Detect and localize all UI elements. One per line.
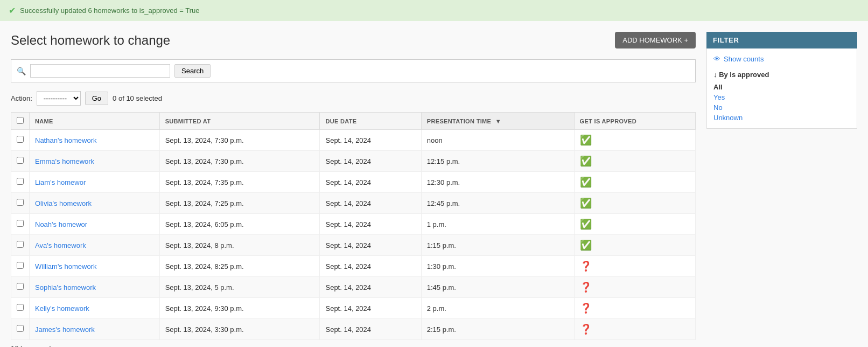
homework-link[interactable]: Kelly's homework bbox=[35, 304, 89, 313]
table-row: Sophia's homework Sept. 13, 2024, 5 p.m.… bbox=[11, 277, 696, 298]
table-row: Nathan's homework Sept. 13, 2024, 7:30 p… bbox=[11, 130, 696, 151]
unknown-icon: ❓ bbox=[580, 261, 592, 272]
go-button[interactable]: Go bbox=[85, 92, 108, 105]
row-checkbox[interactable] bbox=[17, 304, 24, 311]
row-submitted-at: Sept. 13, 2024, 9:30 p.m. bbox=[159, 298, 320, 319]
table-row: Liam's homewor Sept. 13, 2024, 7:35 p.m.… bbox=[11, 172, 696, 193]
row-name: William's homework bbox=[30, 256, 160, 277]
col-submitted-at[interactable]: SUBMITTED AT bbox=[159, 113, 320, 130]
col-due-date[interactable]: DUE DATE bbox=[320, 113, 421, 130]
col-name[interactable]: NAME bbox=[30, 113, 160, 130]
row-presentation-time: 1:45 p.m. bbox=[421, 277, 574, 298]
approved-icon: ✅ bbox=[580, 156, 592, 166]
search-button[interactable]: Search bbox=[174, 64, 211, 78]
page-title: Select homework to change bbox=[11, 33, 170, 48]
approved-icon: ✅ bbox=[580, 135, 592, 145]
row-name: Noah's homewor bbox=[30, 214, 160, 235]
filter-option-link[interactable]: No bbox=[713, 103, 723, 112]
success-icon: ✔ bbox=[9, 5, 16, 16]
row-name: Nathan's homework bbox=[30, 130, 160, 151]
filter-body: 👁 Show counts ↓ By is approved AllYesNoU… bbox=[706, 48, 857, 129]
filter-option-link[interactable]: Yes bbox=[713, 93, 725, 101]
row-checkbox[interactable] bbox=[17, 157, 24, 164]
filter-option-link[interactable]: Unknown bbox=[713, 114, 743, 122]
success-message: Successfully updated 6 homeworks to is_a… bbox=[20, 6, 200, 15]
row-due-date: Sept. 14, 2024 bbox=[320, 172, 421, 193]
table-row: Ava's homework Sept. 13, 2024, 8 p.m. Se… bbox=[11, 235, 696, 256]
search-input[interactable] bbox=[30, 64, 170, 78]
row-due-date: Sept. 14, 2024 bbox=[320, 151, 421, 172]
row-checkbox[interactable] bbox=[17, 136, 24, 143]
row-submitted-at: Sept. 13, 2024, 7:30 p.m. bbox=[159, 130, 320, 151]
row-name: James's homework bbox=[30, 319, 160, 340]
row-checkbox[interactable] bbox=[17, 325, 24, 332]
row-checkbox-cell bbox=[11, 130, 30, 151]
approved-icon: ✅ bbox=[580, 219, 592, 230]
row-due-date: Sept. 14, 2024 bbox=[320, 214, 421, 235]
filter-option: Yes bbox=[713, 93, 850, 101]
row-presentation-time: 1:15 p.m. bbox=[421, 235, 574, 256]
select-all-checkbox[interactable] bbox=[17, 117, 24, 124]
filter-option: All bbox=[713, 83, 850, 91]
selected-count: 0 of 10 selected bbox=[113, 94, 162, 102]
row-checkbox-cell bbox=[11, 235, 30, 256]
add-homework-button[interactable]: ADD HOMEWORK + bbox=[615, 32, 696, 48]
homework-link[interactable]: Liam's homewor bbox=[35, 178, 86, 186]
row-checkbox[interactable] bbox=[17, 283, 24, 290]
filter-by-approved-label: By is approved bbox=[719, 71, 769, 79]
row-submitted-at: Sept. 13, 2024, 7:30 p.m. bbox=[159, 151, 320, 172]
homework-link[interactable]: Emma's homework bbox=[35, 157, 94, 165]
filter-header: FILTER bbox=[706, 32, 857, 48]
table-row: James's homework Sept. 13, 2024, 3:30 p.… bbox=[11, 319, 696, 340]
row-due-date: Sept. 14, 2024 bbox=[320, 277, 421, 298]
search-icon: 🔍 bbox=[17, 67, 26, 75]
row-approved: ✅ bbox=[574, 151, 695, 172]
row-name: Kelly's homework bbox=[30, 298, 160, 319]
homework-link[interactable]: James's homework bbox=[35, 325, 95, 334]
row-presentation-time: 2 p.m. bbox=[421, 298, 574, 319]
select-all-header bbox=[11, 113, 30, 130]
row-due-date: Sept. 14, 2024 bbox=[320, 319, 421, 340]
row-submitted-at: Sept. 13, 2024, 6:05 p.m. bbox=[159, 214, 320, 235]
homework-link[interactable]: Ava's homework bbox=[35, 241, 86, 249]
show-counts-link[interactable]: 👁 Show counts bbox=[713, 55, 850, 63]
filter-option-link[interactable]: All bbox=[713, 83, 723, 91]
row-due-date: Sept. 14, 2024 bbox=[320, 235, 421, 256]
row-checkbox-cell bbox=[11, 298, 30, 319]
row-submitted-at: Sept. 13, 2024, 3:30 p.m. bbox=[159, 319, 320, 340]
row-due-date: Sept. 14, 2024 bbox=[320, 298, 421, 319]
approved-icon: ✅ bbox=[580, 240, 592, 251]
table-row: Kelly's homework Sept. 13, 2024, 9:30 p.… bbox=[11, 298, 696, 319]
filter-section-title: ↓ By is approved bbox=[713, 71, 850, 79]
row-checkbox[interactable] bbox=[17, 199, 24, 206]
row-submitted-at: Sept. 13, 2024, 7:35 p.m. bbox=[159, 172, 320, 193]
row-approved: ❓ bbox=[574, 298, 695, 319]
main-container: Select homework to change ADD HOMEWORK +… bbox=[0, 21, 868, 347]
unknown-icon: ❓ bbox=[580, 303, 592, 314]
data-table: NAME SUBMITTED AT DUE DATE PRESENTATION … bbox=[11, 112, 696, 340]
row-approved: ✅ bbox=[574, 172, 695, 193]
action-label: Action: bbox=[11, 94, 32, 102]
row-name: Liam's homewor bbox=[30, 172, 160, 193]
row-presentation-time: 1 p.m. bbox=[421, 214, 574, 235]
filter-option: No bbox=[713, 103, 850, 112]
row-presentation-time: 12:45 p.m. bbox=[421, 193, 574, 214]
homework-link[interactable]: William's homework bbox=[35, 262, 96, 270]
row-name: Emma's homework bbox=[30, 151, 160, 172]
row-checkbox[interactable] bbox=[17, 241, 24, 248]
table-row: Noah's homewor Sept. 13, 2024, 6:05 p.m.… bbox=[11, 214, 696, 235]
homework-link[interactable]: Olivia's homework bbox=[35, 199, 92, 207]
homework-link[interactable]: Noah's homewor bbox=[35, 220, 87, 228]
row-checkbox[interactable] bbox=[17, 262, 24, 269]
row-checkbox[interactable] bbox=[17, 178, 24, 185]
row-due-date: Sept. 14, 2024 bbox=[320, 130, 421, 151]
page-header: Select homework to change ADD HOMEWORK + bbox=[11, 32, 696, 48]
eye-icon: 👁 bbox=[713, 55, 720, 63]
approved-icon: ✅ bbox=[580, 177, 592, 188]
homework-link[interactable]: Sophia's homework bbox=[35, 283, 96, 292]
homework-link[interactable]: Nathan's homework bbox=[35, 136, 96, 144]
col-presentation-time[interactable]: PRESENTATION TIME ▼ bbox=[421, 113, 574, 130]
action-select[interactable]: ---------- bbox=[37, 91, 81, 106]
row-checkbox[interactable] bbox=[17, 220, 24, 227]
row-approved: ❓ bbox=[574, 256, 695, 277]
